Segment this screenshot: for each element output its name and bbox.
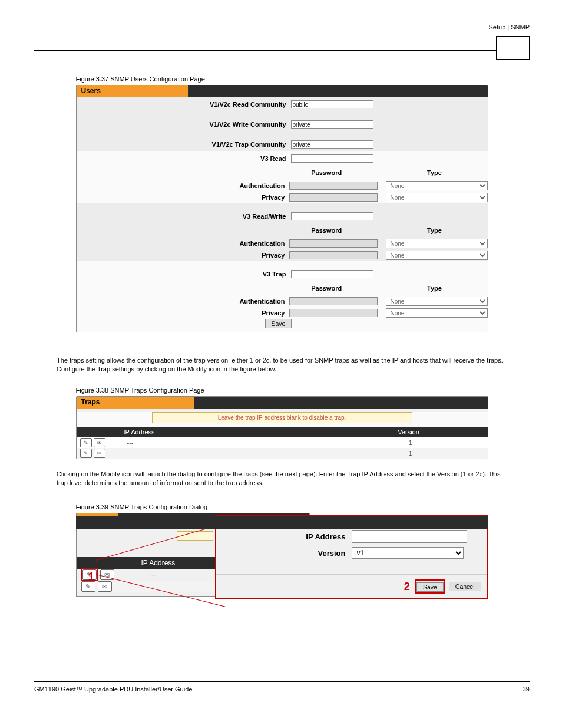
figure-traps: Figure 3.38 SNMP Traps Configuration Pag…: [76, 387, 488, 459]
label-read-community: V1/V2c Read Community: [77, 101, 291, 108]
modify-save-button[interactable]: Save: [416, 582, 444, 592]
label-trap-community: V1/V2c Trap Community: [77, 141, 291, 148]
label-write-community: V1/V2c Write Community: [77, 121, 291, 128]
type-header: Type: [382, 169, 488, 176]
label-auth: Authentication: [77, 182, 290, 189]
figure1-caption: Figure 3.37 SNMP Users Configuration Pag…: [76, 75, 488, 83]
users-tab: Users: [77, 85, 189, 97]
traps-note: Leave the trap IP address blank to disab…: [152, 412, 412, 423]
users-panel-header: Users: [77, 85, 488, 97]
v3rw-priv-password[interactable]: [289, 251, 377, 259]
label-v3-read: V3 Read: [77, 155, 291, 162]
breadcrumb: Setup | SNMP: [489, 24, 530, 31]
callout-2: 2: [404, 581, 410, 593]
v3rw-auth-password[interactable]: [289, 239, 377, 248]
body-paragraph-1: The traps setting allows the configurati…: [57, 356, 504, 374]
edit-icon[interactable]: ✎: [80, 449, 92, 458]
footer-left: GM1190 Geist™ Upgradable PDU Installer/U…: [34, 686, 192, 693]
v3read-priv-type[interactable]: None: [386, 193, 488, 202]
header-box: [496, 36, 530, 60]
modify-cancel-button[interactable]: Cancel: [449, 582, 481, 591]
v3trap-priv-type[interactable]: None: [386, 308, 488, 318]
v3read-auth-password[interactable]: [289, 182, 377, 190]
v3read-auth-type[interactable]: None: [386, 181, 488, 190]
figure2-caption: Figure 3.38 SNMP Traps Configuration Pag…: [76, 387, 488, 394]
write-community-input[interactable]: [291, 120, 373, 129]
v3-trap-input[interactable]: [291, 270, 373, 278]
users-panel: Users V1/V2c Read Community V1/V2c Write…: [76, 85, 488, 332]
figure3-caption: Figure 3.39 SNMP Traps Configuration Dia…: [76, 503, 488, 510]
col-ip: IP Address: [118, 429, 330, 436]
page: Setup | SNMP Figure 3.37 SNMP Users Conf…: [0, 0, 562, 728]
version-select[interactable]: v1: [352, 547, 464, 559]
table-row: ✎✉ --- 1: [77, 448, 488, 459]
table-row: ✎✉ --- 1: [77, 437, 488, 448]
body-paragraph-2: Clicking on the Modify icon will launch …: [57, 470, 504, 487]
v3-rw-input[interactable]: [291, 212, 373, 220]
save-button[interactable]: Save: [265, 319, 292, 328]
mail-icon[interactable]: ✉: [94, 438, 105, 447]
label-v3-rw: V3 Read/Write: [77, 213, 291, 220]
bottom-bar: [76, 516, 488, 529]
trap-community-input[interactable]: [291, 140, 373, 149]
page-footer: GM1190 Geist™ Upgradable PDU Installer/U…: [34, 681, 530, 693]
callout-1: 1: [88, 570, 95, 584]
v3read-priv-password[interactable]: [289, 193, 377, 202]
password-header: Password: [279, 169, 373, 176]
v3rw-auth-type[interactable]: None: [386, 239, 488, 248]
ip-address-input[interactable]: [352, 530, 467, 543]
mail-icon[interactable]: ✉: [94, 449, 105, 458]
header-rule: [34, 50, 530, 51]
col-version: Version: [330, 429, 488, 436]
label-priv: Privacy: [77, 194, 290, 201]
figure-users: Figure 3.37 SNMP Users Configuration Pag…: [76, 75, 488, 332]
traps-tab: Traps: [77, 397, 194, 409]
read-community-input[interactable]: [291, 100, 373, 108]
label-ip-address: IP Address: [216, 532, 352, 541]
footer-page-number: 39: [523, 686, 530, 693]
v3trap-auth-type[interactable]: None: [386, 297, 488, 306]
label-v3-trap: V3 Trap: [77, 271, 291, 278]
edit-icon[interactable]: ✎: [80, 438, 92, 447]
v3trap-priv-password[interactable]: [289, 309, 377, 317]
v3rw-priv-type[interactable]: None: [386, 251, 488, 260]
mail-icon[interactable]: ✉: [98, 581, 112, 592]
v3-read-input[interactable]: [291, 154, 373, 163]
label-version: Version: [216, 549, 352, 558]
v3trap-auth-password[interactable]: [289, 297, 377, 305]
traps-panel: Traps Leave the trap IP address blank to…: [76, 396, 488, 459]
figure-traps-dialog: Figure 3.39 SNMP Traps Configuration Dia…: [76, 503, 488, 619]
